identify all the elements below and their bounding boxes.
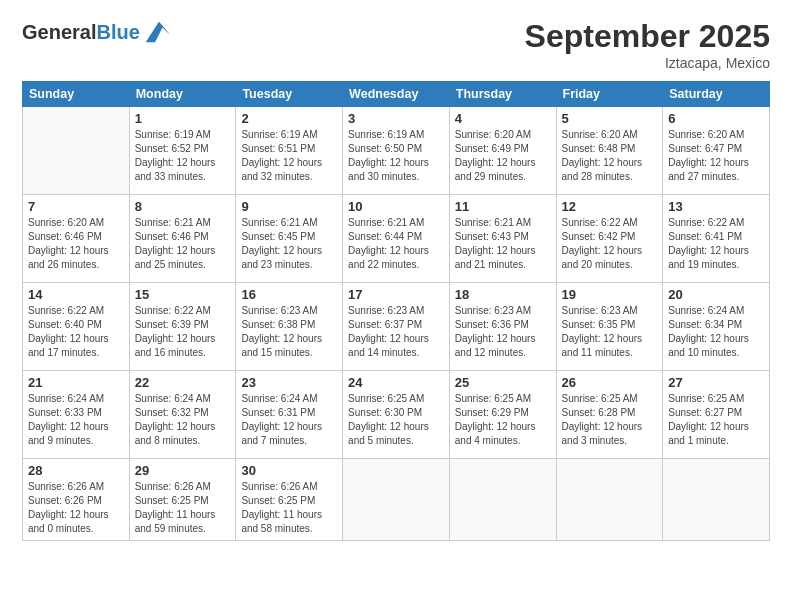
day-number: 9	[241, 199, 337, 214]
day-info: Sunrise: 6:25 AMSunset: 6:30 PMDaylight:…	[348, 392, 444, 448]
day-info: Sunrise: 6:22 AMSunset: 6:40 PMDaylight:…	[28, 304, 124, 360]
day-info: Sunrise: 6:24 AMSunset: 6:32 PMDaylight:…	[135, 392, 231, 448]
day-info: Sunrise: 6:20 AMSunset: 6:48 PMDaylight:…	[562, 128, 658, 184]
calendar-cell: 7Sunrise: 6:20 AMSunset: 6:46 PMDaylight…	[23, 195, 130, 283]
day-info: Sunrise: 6:26 AMSunset: 6:25 PMDaylight:…	[241, 480, 337, 536]
calendar-cell: 28Sunrise: 6:26 AMSunset: 6:26 PMDayligh…	[23, 459, 130, 541]
day-number: 21	[28, 375, 124, 390]
day-info: Sunrise: 6:26 AMSunset: 6:25 PMDaylight:…	[135, 480, 231, 536]
calendar-cell	[449, 459, 556, 541]
calendar-header-row: SundayMondayTuesdayWednesdayThursdayFrid…	[23, 82, 770, 107]
calendar-cell	[343, 459, 450, 541]
day-info: Sunrise: 6:19 AMSunset: 6:50 PMDaylight:…	[348, 128, 444, 184]
day-info: Sunrise: 6:19 AMSunset: 6:51 PMDaylight:…	[241, 128, 337, 184]
calendar-cell: 23Sunrise: 6:24 AMSunset: 6:31 PMDayligh…	[236, 371, 343, 459]
calendar-cell: 21Sunrise: 6:24 AMSunset: 6:33 PMDayligh…	[23, 371, 130, 459]
day-info: Sunrise: 6:23 AMSunset: 6:36 PMDaylight:…	[455, 304, 551, 360]
calendar-cell: 5Sunrise: 6:20 AMSunset: 6:48 PMDaylight…	[556, 107, 663, 195]
calendar-cell: 18Sunrise: 6:23 AMSunset: 6:36 PMDayligh…	[449, 283, 556, 371]
calendar-cell: 17Sunrise: 6:23 AMSunset: 6:37 PMDayligh…	[343, 283, 450, 371]
day-number: 1	[135, 111, 231, 126]
day-number: 8	[135, 199, 231, 214]
day-number: 29	[135, 463, 231, 478]
calendar-cell: 9Sunrise: 6:21 AMSunset: 6:45 PMDaylight…	[236, 195, 343, 283]
calendar-cell: 20Sunrise: 6:24 AMSunset: 6:34 PMDayligh…	[663, 283, 770, 371]
day-info: Sunrise: 6:22 AMSunset: 6:41 PMDaylight:…	[668, 216, 764, 272]
calendar-cell	[23, 107, 130, 195]
day-number: 16	[241, 287, 337, 302]
week-row-5: 28Sunrise: 6:26 AMSunset: 6:26 PMDayligh…	[23, 459, 770, 541]
calendar-cell: 1Sunrise: 6:19 AMSunset: 6:52 PMDaylight…	[129, 107, 236, 195]
day-info: Sunrise: 6:25 AMSunset: 6:29 PMDaylight:…	[455, 392, 551, 448]
day-number: 26	[562, 375, 658, 390]
calendar-cell: 19Sunrise: 6:23 AMSunset: 6:35 PMDayligh…	[556, 283, 663, 371]
day-info: Sunrise: 6:25 AMSunset: 6:28 PMDaylight:…	[562, 392, 658, 448]
month-title: September 2025	[525, 18, 770, 55]
calendar-cell: 6Sunrise: 6:20 AMSunset: 6:47 PMDaylight…	[663, 107, 770, 195]
week-row-2: 7Sunrise: 6:20 AMSunset: 6:46 PMDaylight…	[23, 195, 770, 283]
calendar-cell: 22Sunrise: 6:24 AMSunset: 6:32 PMDayligh…	[129, 371, 236, 459]
calendar-cell: 10Sunrise: 6:21 AMSunset: 6:44 PMDayligh…	[343, 195, 450, 283]
day-info: Sunrise: 6:25 AMSunset: 6:27 PMDaylight:…	[668, 392, 764, 448]
calendar-cell: 14Sunrise: 6:22 AMSunset: 6:40 PMDayligh…	[23, 283, 130, 371]
day-info: Sunrise: 6:24 AMSunset: 6:31 PMDaylight:…	[241, 392, 337, 448]
calendar-cell: 4Sunrise: 6:20 AMSunset: 6:49 PMDaylight…	[449, 107, 556, 195]
day-info: Sunrise: 6:24 AMSunset: 6:34 PMDaylight:…	[668, 304, 764, 360]
day-info: Sunrise: 6:23 AMSunset: 6:35 PMDaylight:…	[562, 304, 658, 360]
day-number: 13	[668, 199, 764, 214]
calendar-cell: 3Sunrise: 6:19 AMSunset: 6:50 PMDaylight…	[343, 107, 450, 195]
calendar-cell: 2Sunrise: 6:19 AMSunset: 6:51 PMDaylight…	[236, 107, 343, 195]
day-info: Sunrise: 6:22 AMSunset: 6:42 PMDaylight:…	[562, 216, 658, 272]
day-number: 22	[135, 375, 231, 390]
day-header-tuesday: Tuesday	[236, 82, 343, 107]
calendar-cell	[663, 459, 770, 541]
day-number: 20	[668, 287, 764, 302]
calendar-cell: 25Sunrise: 6:25 AMSunset: 6:29 PMDayligh…	[449, 371, 556, 459]
day-info: Sunrise: 6:19 AMSunset: 6:52 PMDaylight:…	[135, 128, 231, 184]
logo: GeneralBlue	[22, 18, 170, 46]
day-info: Sunrise: 6:24 AMSunset: 6:33 PMDaylight:…	[28, 392, 124, 448]
day-number: 19	[562, 287, 658, 302]
day-info: Sunrise: 6:23 AMSunset: 6:38 PMDaylight:…	[241, 304, 337, 360]
calendar-cell: 8Sunrise: 6:21 AMSunset: 6:46 PMDaylight…	[129, 195, 236, 283]
day-info: Sunrise: 6:21 AMSunset: 6:43 PMDaylight:…	[455, 216, 551, 272]
calendar-table: SundayMondayTuesdayWednesdayThursdayFrid…	[22, 81, 770, 541]
day-number: 30	[241, 463, 337, 478]
day-header-monday: Monday	[129, 82, 236, 107]
week-row-1: 1Sunrise: 6:19 AMSunset: 6:52 PMDaylight…	[23, 107, 770, 195]
day-info: Sunrise: 6:23 AMSunset: 6:37 PMDaylight:…	[348, 304, 444, 360]
day-number: 10	[348, 199, 444, 214]
calendar-cell: 26Sunrise: 6:25 AMSunset: 6:28 PMDayligh…	[556, 371, 663, 459]
day-number: 18	[455, 287, 551, 302]
day-header-thursday: Thursday	[449, 82, 556, 107]
day-info: Sunrise: 6:21 AMSunset: 6:45 PMDaylight:…	[241, 216, 337, 272]
calendar-cell: 29Sunrise: 6:26 AMSunset: 6:25 PMDayligh…	[129, 459, 236, 541]
week-row-4: 21Sunrise: 6:24 AMSunset: 6:33 PMDayligh…	[23, 371, 770, 459]
day-info: Sunrise: 6:21 AMSunset: 6:44 PMDaylight:…	[348, 216, 444, 272]
day-number: 11	[455, 199, 551, 214]
calendar-cell: 27Sunrise: 6:25 AMSunset: 6:27 PMDayligh…	[663, 371, 770, 459]
title-block: September 2025 Iztacapa, Mexico	[525, 18, 770, 71]
calendar-cell: 12Sunrise: 6:22 AMSunset: 6:42 PMDayligh…	[556, 195, 663, 283]
day-info: Sunrise: 6:20 AMSunset: 6:49 PMDaylight:…	[455, 128, 551, 184]
day-header-wednesday: Wednesday	[343, 82, 450, 107]
day-number: 15	[135, 287, 231, 302]
day-header-friday: Friday	[556, 82, 663, 107]
day-info: Sunrise: 6:21 AMSunset: 6:46 PMDaylight:…	[135, 216, 231, 272]
day-number: 2	[241, 111, 337, 126]
calendar-cell: 11Sunrise: 6:21 AMSunset: 6:43 PMDayligh…	[449, 195, 556, 283]
day-header-sunday: Sunday	[23, 82, 130, 107]
calendar-cell: 24Sunrise: 6:25 AMSunset: 6:30 PMDayligh…	[343, 371, 450, 459]
day-number: 12	[562, 199, 658, 214]
week-row-3: 14Sunrise: 6:22 AMSunset: 6:40 PMDayligh…	[23, 283, 770, 371]
day-number: 23	[241, 375, 337, 390]
day-number: 4	[455, 111, 551, 126]
calendar-cell	[556, 459, 663, 541]
svg-marker-0	[146, 22, 170, 43]
calendar-cell: 15Sunrise: 6:22 AMSunset: 6:39 PMDayligh…	[129, 283, 236, 371]
day-number: 28	[28, 463, 124, 478]
calendar-cell: 30Sunrise: 6:26 AMSunset: 6:25 PMDayligh…	[236, 459, 343, 541]
calendar-cell: 13Sunrise: 6:22 AMSunset: 6:41 PMDayligh…	[663, 195, 770, 283]
day-info: Sunrise: 6:20 AMSunset: 6:47 PMDaylight:…	[668, 128, 764, 184]
day-number: 27	[668, 375, 764, 390]
